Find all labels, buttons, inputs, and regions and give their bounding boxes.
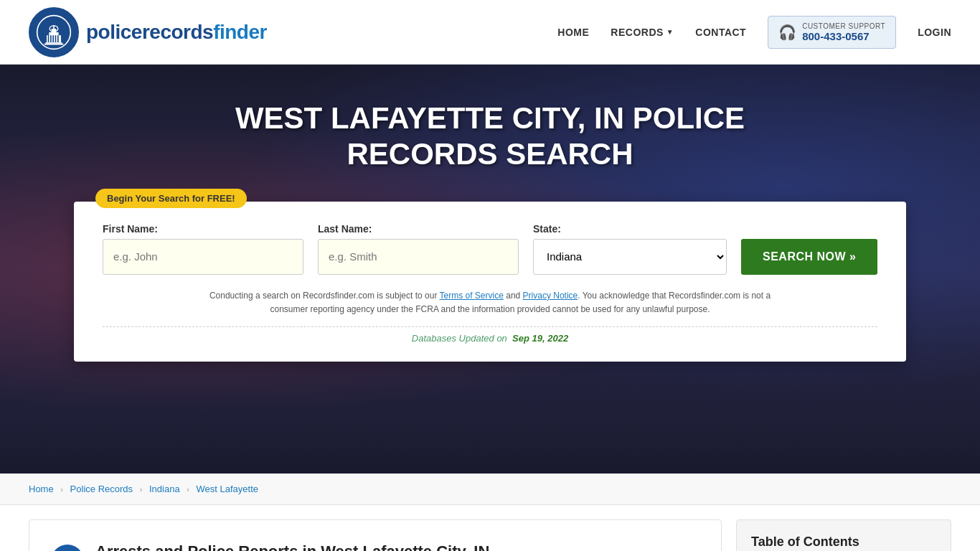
search-button[interactable]: SEARCH NOW » <box>741 239 877 275</box>
last-name-field-group: Last Name: <box>318 223 519 275</box>
chevron-down-icon: ▼ <box>666 28 674 36</box>
breadcrumb-police-records[interactable]: Police Records <box>70 484 133 494</box>
disclaimer-text: Conducting a search on Recordsfinder.com… <box>203 289 777 316</box>
logo-area: policerecordsfinder <box>29 7 267 57</box>
breadcrumb-current: West Lafayette <box>197 484 258 494</box>
db-updated-label: Databases Updated on <box>412 333 507 344</box>
main-nav: HOME RECORDS ▼ CONTACT 🎧 CUSTOMER SUPPOR… <box>557 16 951 49</box>
main-content: ★ Arrests and Police Reports in West Laf… <box>0 519 980 551</box>
svg-rect-9 <box>55 35 57 42</box>
last-name-input[interactable] <box>318 239 519 275</box>
last-name-label: Last Name: <box>318 223 519 235</box>
logo-police-text: policerecords <box>86 21 213 43</box>
customer-support-number: 800-433-0567 <box>802 30 869 42</box>
terms-of-service-link[interactable]: Terms of Service <box>440 291 504 301</box>
article-title: Arrests and Police Reports in West Lafay… <box>95 542 489 551</box>
state-label: State: <box>533 223 727 235</box>
headset-icon: 🎧 <box>778 24 796 41</box>
customer-support-label: CUSTOMER SUPPORT <box>802 22 885 30</box>
state-select[interactable]: Indiana Alabama Alaska California Florid… <box>533 239 727 275</box>
svg-rect-12 <box>44 43 64 44</box>
toc-title: Table of Contents <box>751 534 936 550</box>
article-title-block: Arrests and Police Reports in West Lafay… <box>95 542 489 551</box>
svg-rect-11 <box>45 42 62 44</box>
logo-text: policerecordsfinder <box>86 21 267 44</box>
search-fields: First Name: Last Name: State: Indiana Al… <box>103 223 877 275</box>
nav-contact[interactable]: CONTACT <box>695 27 746 38</box>
nav-home[interactable]: HOME <box>557 27 589 38</box>
hero-title: WEST LAFAYETTE CITY, IN POLICE RECORDS S… <box>167 100 813 173</box>
logo-finder-text: finder <box>213 21 267 43</box>
breadcrumb-home[interactable]: Home <box>29 484 54 494</box>
free-badge: Begin Your Search for FREE! <box>95 189 247 208</box>
breadcrumb-sep-3: › <box>187 485 189 494</box>
svg-rect-6 <box>48 35 50 42</box>
first-name-input[interactable] <box>103 239 303 275</box>
db-updated: Databases Updated on Sep 19, 2022 <box>103 326 877 344</box>
search-card: Begin Your Search for FREE! First Name: … <box>74 202 906 362</box>
svg-rect-7 <box>50 35 52 42</box>
svg-rect-10 <box>57 35 59 42</box>
privacy-notice-link[interactable]: Privacy Notice <box>523 291 578 301</box>
breadcrumb-indiana[interactable]: Indiana <box>149 484 180 494</box>
content-right: Table of Contents › Arrests and Police R… <box>736 519 951 551</box>
logo-icon <box>29 7 79 57</box>
breadcrumb-sep-1: › <box>60 485 63 494</box>
first-name-field-group: First Name: <box>103 223 303 275</box>
hero-section: WEST LAFAYETTE CITY, IN POLICE RECORDS S… <box>0 65 980 474</box>
first-name-label: First Name: <box>103 223 303 235</box>
breadcrumb: Home › Police Records › Indiana › West L… <box>0 474 980 505</box>
customer-support-info: CUSTOMER SUPPORT 800-433-0567 <box>802 22 885 42</box>
article-header: ★ Arrests and Police Reports in West Laf… <box>51 542 699 551</box>
breadcrumb-sep-2: › <box>140 485 143 494</box>
header: policerecordsfinder HOME RECORDS ▼ CONTA… <box>0 0 980 65</box>
svg-rect-8 <box>52 35 54 42</box>
nav-records[interactable]: RECORDS ▼ <box>611 27 674 38</box>
content-left: ★ Arrests and Police Reports in West Laf… <box>29 519 722 551</box>
nav-login[interactable]: LOGIN <box>918 27 951 38</box>
svg-rect-3 <box>52 29 57 33</box>
db-updated-date: Sep 19, 2022 <box>512 333 568 344</box>
state-field-group: State: Indiana Alabama Alaska California… <box>533 223 727 275</box>
customer-support-button[interactable]: 🎧 CUSTOMER SUPPORT 800-433-0567 <box>768 16 896 49</box>
badge-icon: ★ <box>51 545 84 551</box>
